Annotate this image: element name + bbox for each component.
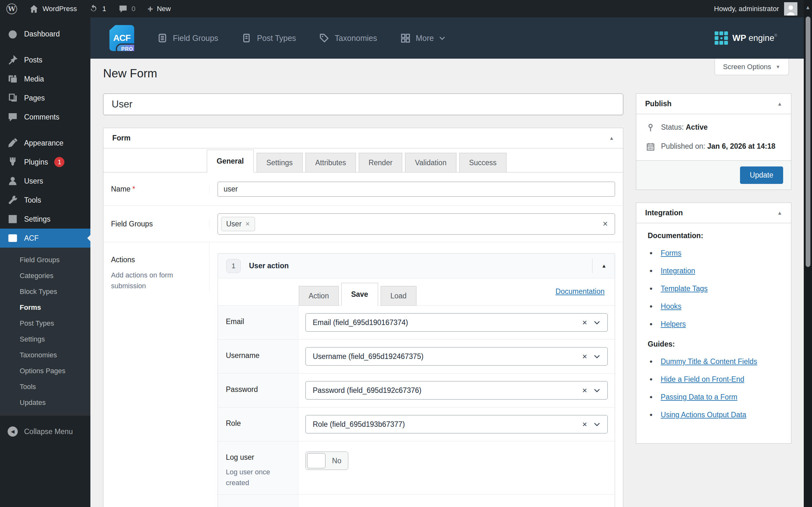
tab-general[interactable]: General bbox=[207, 150, 254, 172]
remove-tag-icon[interactable]: × bbox=[246, 219, 250, 228]
doc-forms-link[interactable]: Forms bbox=[661, 249, 681, 258]
acf-submenu: Field Groups Categories Block Types Form… bbox=[0, 248, 91, 416]
settings-sliders-icon bbox=[8, 214, 18, 224]
username-select[interactable]: Username (field_695d192467375) × bbox=[306, 347, 608, 365]
collapse-panel-icon[interactable]: ▲ bbox=[777, 210, 782, 216]
integration-panel-header: Integration ▲ bbox=[636, 203, 791, 223]
email-select[interactable]: Email (field_695d190167374) × bbox=[306, 313, 608, 332]
nav-label: Field Groups bbox=[173, 34, 218, 43]
wpengine-logo-icon bbox=[715, 32, 728, 45]
updates-icon bbox=[89, 4, 98, 14]
clear-select-icon[interactable]: × bbox=[582, 419, 587, 429]
acf-logo[interactable]: ACF PRO bbox=[109, 25, 134, 51]
publish-panel-title: Publish bbox=[645, 100, 671, 108]
form-panel-title: Form bbox=[112, 134, 131, 143]
guide-dummy-title-link[interactable]: Dummy Title & Content Fields bbox=[661, 357, 757, 366]
scrollbar-thumb[interactable] bbox=[806, 16, 810, 267]
log-user-toggle[interactable]: No bbox=[306, 452, 348, 470]
nav-field-groups[interactable]: Field Groups bbox=[157, 33, 218, 44]
action-index-badge: 1 bbox=[226, 259, 241, 273]
sidebar-item-tools[interactable]: Tools bbox=[0, 190, 91, 210]
tab-save[interactable]: Save bbox=[341, 283, 378, 306]
clear-select-icon[interactable]: × bbox=[582, 352, 587, 361]
sidebar-item-posts[interactable]: Posts bbox=[0, 50, 91, 69]
screen-options-button[interactable]: Screen Options ▼ bbox=[715, 59, 789, 75]
clear-select-icon[interactable]: × bbox=[582, 386, 587, 395]
submenu-block-types[interactable]: Block Types bbox=[0, 284, 91, 300]
nav-taxonomies[interactable]: Taxonomies bbox=[319, 33, 377, 44]
save-acf-fields-label: Save ACF fields bbox=[218, 495, 299, 507]
integration-panel-title: Integration bbox=[645, 209, 683, 217]
clear-select-icon[interactable]: × bbox=[582, 318, 587, 328]
sidebar-item-comments[interactable]: Comments bbox=[0, 108, 91, 126]
integration-panel: Integration ▲ Documentation: •Forms •Int… bbox=[636, 203, 792, 444]
updates-indicator[interactable]: 1 bbox=[89, 4, 106, 14]
tab-settings[interactable]: Settings bbox=[257, 153, 303, 172]
doc-template-tags-link[interactable]: Template Tags bbox=[661, 284, 708, 293]
tab-action[interactable]: Action bbox=[299, 286, 339, 306]
field-groups-select[interactable]: User × × bbox=[218, 213, 615, 235]
wordpress-menu[interactable]: W bbox=[6, 3, 17, 14]
doc-integration-link[interactable]: Integration bbox=[661, 267, 695, 275]
log-user-description: Log user once created bbox=[226, 467, 280, 488]
guide-hide-field-link[interactable]: Hide a Field on Front-End bbox=[661, 375, 744, 384]
tab-render[interactable]: Render bbox=[359, 153, 402, 172]
name-input[interactable] bbox=[218, 182, 615, 196]
name-label: Name* bbox=[103, 185, 210, 193]
page-scrollbar[interactable]: ▲ bbox=[804, 0, 812, 507]
submenu-categories[interactable]: Categories bbox=[0, 268, 91, 284]
submenu-options-pages[interactable]: Options Pages bbox=[0, 363, 91, 379]
documentation-link[interactable]: Documentation bbox=[555, 287, 605, 296]
guide-passing-data-link[interactable]: Passing Data to a Form bbox=[661, 393, 738, 401]
tab-load[interactable]: Load bbox=[381, 286, 417, 306]
clear-select-icon[interactable]: × bbox=[603, 219, 608, 229]
sidebar-item-pages[interactable]: Pages bbox=[0, 89, 91, 108]
site-link[interactable]: WordPress bbox=[29, 4, 77, 14]
submenu-taxonomies[interactable]: Taxonomies bbox=[0, 347, 91, 363]
submenu-tools[interactable]: Tools bbox=[0, 379, 91, 395]
bullet: • bbox=[650, 284, 652, 294]
sidebar-item-dashboard[interactable]: Dashboard bbox=[0, 24, 91, 44]
tab-success[interactable]: Success bbox=[459, 153, 506, 172]
scrollbar-up-icon[interactable]: ▲ bbox=[805, 4, 811, 11]
account-menu[interactable]: Howdy, administrator bbox=[714, 2, 812, 15]
form-title-input[interactable] bbox=[103, 94, 623, 115]
doc-hooks-link[interactable]: Hooks bbox=[661, 302, 681, 311]
submenu-settings[interactable]: Settings bbox=[0, 331, 91, 347]
sidebar-item-users[interactable]: Users bbox=[0, 172, 91, 190]
sidebar-item-label: Media bbox=[24, 75, 44, 83]
submenu-field-groups[interactable]: Field Groups bbox=[0, 252, 91, 268]
update-button[interactable]: Update bbox=[740, 166, 783, 184]
sidebar-item-plugins[interactable]: Plugins 1 bbox=[0, 153, 91, 172]
sidebar-item-acf[interactable]: ACF bbox=[0, 229, 91, 248]
collapse-menu-button[interactable]: ◀ Collapse Menu bbox=[0, 427, 91, 437]
sidebar-item-settings[interactable]: Settings bbox=[0, 210, 91, 229]
sidebar-item-label: Dashboard bbox=[24, 30, 60, 38]
nav-more[interactable]: More bbox=[400, 33, 445, 44]
tab-validation[interactable]: Validation bbox=[405, 153, 456, 172]
collapse-panel-icon[interactable]: ▲ bbox=[777, 101, 782, 107]
tab-attributes[interactable]: Attributes bbox=[306, 153, 356, 172]
comments-indicator[interactable]: 0 bbox=[118, 4, 136, 14]
sidebar-item-media[interactable]: Media bbox=[0, 69, 91, 89]
sidebar-item-label: Plugins bbox=[24, 158, 48, 166]
guide-actions-output-link[interactable]: Using Actions Output Data bbox=[661, 411, 746, 419]
avatar bbox=[784, 2, 797, 15]
comments-icon bbox=[8, 112, 18, 122]
field-group-tag[interactable]: User × bbox=[221, 217, 255, 231]
documentation-heading: Documentation: bbox=[648, 231, 780, 240]
sidebar-item-appearance[interactable]: Appearance bbox=[0, 133, 91, 153]
submenu-updates[interactable]: Updates bbox=[0, 395, 91, 411]
password-select[interactable]: Password (field_695d192c67376) × bbox=[306, 381, 608, 399]
collapse-panel-icon[interactable]: ▲ bbox=[609, 135, 614, 141]
submenu-forms[interactable]: Forms bbox=[0, 300, 91, 316]
doc-helpers-link[interactable]: Helpers bbox=[661, 320, 686, 329]
updates-count: 1 bbox=[102, 5, 106, 13]
role-select[interactable]: Role (field_695d193b67377) × bbox=[306, 415, 608, 434]
submenu-post-types[interactable]: Post Types bbox=[0, 316, 91, 331]
form-panel: Form ▲ General Settings Attributes Rende… bbox=[103, 128, 623, 507]
new-content-menu[interactable]: + New bbox=[148, 4, 171, 14]
nav-post-types[interactable]: Post Types bbox=[241, 33, 296, 44]
user-action-header[interactable]: 1 User action ▲ bbox=[218, 253, 615, 278]
collapse-action-icon[interactable]: ▲ bbox=[601, 263, 606, 269]
